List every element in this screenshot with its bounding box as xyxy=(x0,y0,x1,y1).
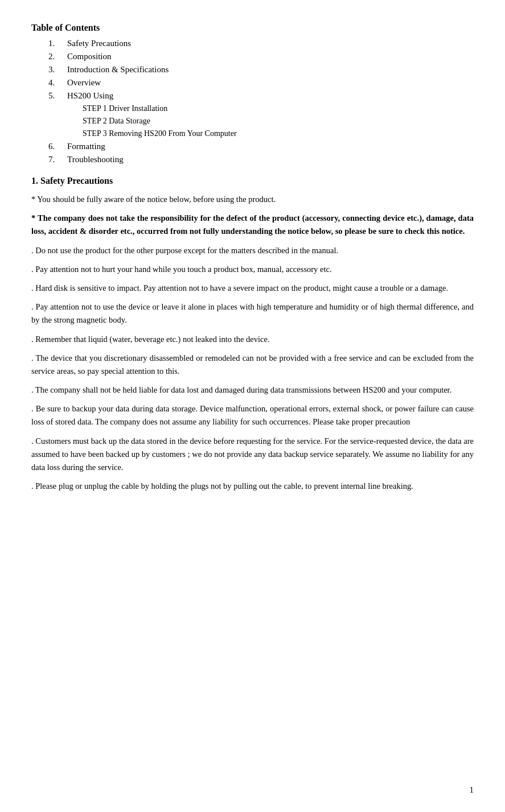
para-0: * You should be fully aware of the notic… xyxy=(31,193,474,206)
para-1: * The company does not take the responsi… xyxy=(31,212,474,238)
toc-substep-3: STEP 3 Removing HS200 From Your Computer xyxy=(83,129,474,138)
toc-list: 1. Safety Precautions 2. Composition 3. … xyxy=(48,39,474,164)
toc-label-1: Safety Precautions xyxy=(67,39,131,48)
para-4: . Hard disk is sensitive to impact. Pay … xyxy=(31,282,474,295)
section1-title: 1. Safety Precautions xyxy=(31,176,474,186)
toc-label-3: Introduction & Specifications xyxy=(67,65,169,75)
toc-substep-2: STEP 2 Data Storage xyxy=(83,117,474,126)
para-9: . Be sure to backup your data during dat… xyxy=(31,402,474,428)
toc-label-2: Composition xyxy=(67,52,112,61)
toc-item-4: 4. Overview xyxy=(48,78,474,88)
toc-item-7: 7. Troubleshooting xyxy=(48,155,474,164)
toc-title: Table of Contents xyxy=(31,23,474,33)
toc-label-6: Formatting xyxy=(67,142,105,151)
toc-num-7: 7. xyxy=(48,155,63,164)
toc-num-3: 3. xyxy=(48,65,63,75)
toc-num-4: 4. xyxy=(48,78,63,88)
toc-label-5: HS200 Using xyxy=(67,91,113,101)
page-number: 1 xyxy=(470,785,474,795)
toc-num-6: 6. xyxy=(48,142,63,151)
toc-item-3: 3. Introduction & Specifications xyxy=(48,65,474,75)
toc-item-2: 2. Composition xyxy=(48,52,474,61)
toc-label-7: Troubleshooting xyxy=(67,155,124,164)
toc-label-4: Overview xyxy=(67,78,101,88)
toc-num-2: 2. xyxy=(48,52,63,61)
toc-num-5: 5. xyxy=(48,91,63,101)
toc-item-1: 1. Safety Precautions xyxy=(48,39,474,48)
para-6: . Remember that liquid (water, beverage … xyxy=(31,333,474,346)
toc-item-6: 6. Formatting xyxy=(48,142,474,151)
para-11: . Please plug or unplug the cable by hol… xyxy=(31,480,474,493)
para-8: . The company shall not be held liable f… xyxy=(31,384,474,397)
section1-body: * You should be fully aware of the notic… xyxy=(31,193,474,493)
para-7: . The device that you discretionary disa… xyxy=(31,352,474,378)
toc-num-1: 1. xyxy=(48,39,63,48)
para-2: . Do not use the product for the other p… xyxy=(31,244,474,257)
toc-item-5: 5. HS200 Using xyxy=(48,91,474,101)
para-5: . Pay attention not to use the device or… xyxy=(31,300,474,327)
toc-substep-1: STEP 1 Driver Installation xyxy=(83,104,474,113)
section-safety-precautions: 1. Safety Precautions * You should be fu… xyxy=(31,176,474,493)
para-10: . Customers must back up the data stored… xyxy=(31,435,474,475)
para-3: . Pay attention not to hurt your hand wh… xyxy=(31,263,474,276)
